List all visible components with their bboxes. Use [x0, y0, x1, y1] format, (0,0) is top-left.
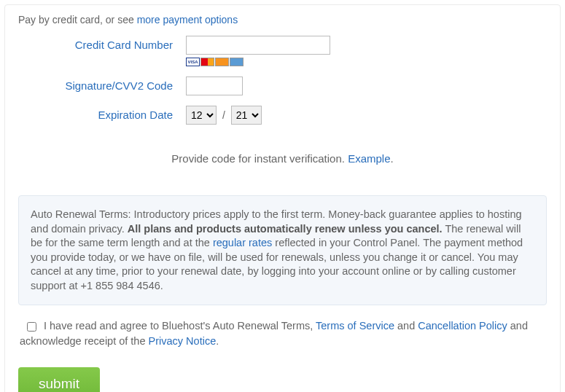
verify-text: Provide code for instant verification. [171, 152, 348, 165]
submit-button[interactable]: submit [18, 367, 100, 392]
agree-checkbox[interactable] [27, 322, 36, 332]
auto-renewal-terms: Auto Renewal Terms: Introductory prices … [18, 195, 547, 305]
regular-rates-link[interactable]: regular rates [213, 237, 272, 248]
card-icons: VISA [186, 58, 547, 66]
example-link[interactable]: Example [348, 152, 390, 165]
cvv-row: Signature/CVV2 Code [18, 77, 547, 95]
agree-t1: I have read and agree to Bluehost's Auto… [44, 320, 316, 332]
cvv-label: Signature/CVV2 Code [18, 77, 186, 95]
discover-icon [215, 58, 229, 66]
visa-icon: VISA [186, 58, 200, 66]
amex-icon [230, 58, 243, 66]
agree-row: I have read and agree to Bluehost's Auto… [18, 318, 547, 348]
agree-t2: and [394, 320, 418, 332]
exp-row: Expiration Date 12 / 21 [18, 106, 547, 125]
exp-label: Expiration Date [18, 106, 186, 125]
verify-dot: . [390, 152, 393, 165]
intro-text: Pay by credit card, or see more payment … [18, 14, 547, 26]
privacy-notice-link[interactable]: Privacy Notice [149, 335, 217, 347]
terms-bold: All plans and products automatically ren… [128, 223, 443, 235]
verify-row: Provide code for instant verification. E… [18, 152, 547, 165]
exp-month-select[interactable]: 12 [186, 106, 217, 125]
agree-t4: . [216, 335, 219, 347]
more-payment-options-link[interactable]: more payment options [137, 14, 238, 26]
cancellation-policy-link[interactable]: Cancellation Policy [418, 320, 507, 332]
payment-form-panel: Pay by credit card, or see more payment … [4, 4, 561, 392]
exp-slash: / [222, 109, 225, 121]
tos-link[interactable]: Terms of Service [316, 320, 394, 332]
cvv-input[interactable] [186, 77, 243, 95]
cc-row: Credit Card Number VISA [18, 36, 547, 66]
credit-card-input[interactable] [186, 36, 330, 55]
exp-year-select[interactable]: 21 [231, 106, 262, 125]
cc-label: Credit Card Number [18, 36, 186, 55]
mastercard-icon [200, 58, 214, 66]
intro-prefix: Pay by credit card, or see [18, 14, 137, 26]
